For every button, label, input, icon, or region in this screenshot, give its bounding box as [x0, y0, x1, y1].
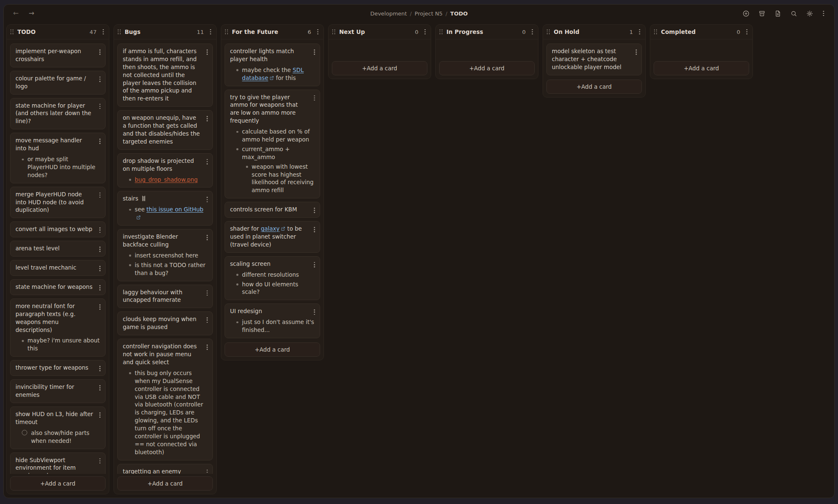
card-menu-icon[interactable] [98, 365, 101, 372]
card-menu-icon[interactable] [98, 384, 101, 391]
card-link[interactable]: galaxy [261, 225, 285, 232]
card-menu-icon[interactable] [98, 303, 101, 311]
card-menu-icon[interactable] [206, 316, 209, 324]
drag-handle-icon[interactable] [118, 29, 121, 34]
card[interactable]: targetting an enemy through a wall shoul… [117, 464, 213, 474]
card-text: try to give the player ammo for weapons … [230, 94, 298, 124]
card[interactable]: more neutral font for paragraph texts (e… [10, 298, 106, 357]
card-menu-icon[interactable] [98, 49, 101, 56]
add-card-button[interactable]: +Add a card [10, 476, 106, 491]
drag-handle-icon[interactable] [225, 29, 228, 34]
card[interactable]: colour palette for game / logo [10, 71, 106, 95]
card-menu-icon[interactable] [313, 226, 316, 233]
card[interactable]: state machine for weapons [10, 279, 106, 295]
drag-handle-icon[interactable] [10, 29, 13, 34]
card-menu-icon[interactable] [206, 344, 209, 351]
card-menu-icon[interactable] [98, 76, 101, 83]
card-menu-icon[interactable] [98, 103, 101, 110]
card-menu-icon[interactable] [98, 138, 101, 145]
card-menu-icon[interactable] [313, 49, 316, 56]
column-menu-icon[interactable] [209, 28, 212, 36]
card-menu-icon[interactable] [313, 309, 316, 316]
card-text: model skeleton as test character + cheat… [552, 48, 621, 70]
card[interactable]: laggy behaviour with uncapped framerate [117, 285, 213, 309]
add-card-button[interactable]: +Add a card [546, 80, 642, 94]
card-menu-icon[interactable] [98, 458, 101, 465]
card-link-text: this issue on GitHub [147, 206, 204, 213]
add-card-button[interactable]: +Add a card [332, 61, 427, 75]
card-menu-icon[interactable] [206, 196, 209, 203]
card[interactable]: level travel mechanic [10, 260, 106, 276]
card-menu-icon[interactable] [206, 158, 209, 165]
card[interactable]: UI redesign just so I don't assume it's … [225, 303, 320, 338]
card[interactable]: drop shadow is projected on multiple flo… [117, 153, 213, 188]
card-menu-icon[interactable] [206, 290, 209, 297]
card[interactable]: move message handler into hud or maybe s… [10, 133, 106, 183]
card-menu-icon[interactable] [206, 49, 209, 56]
document-icon[interactable] [774, 10, 781, 17]
card[interactable]: investigate Blender backface culling ins… [117, 229, 213, 281]
card[interactable]: merge PlayerHUD node into HUD node (to a… [10, 187, 106, 219]
add-card-button[interactable]: +Add a card [439, 61, 535, 75]
card-menu-icon[interactable] [98, 246, 101, 253]
arrow-right-icon[interactable]: → [28, 10, 34, 17]
card-menu-icon[interactable] [98, 226, 101, 234]
card[interactable]: show HUD on L3, hide after timeout also … [10, 406, 106, 449]
search-icon[interactable] [790, 10, 797, 17]
card[interactable]: scaling screen different resolutionshow … [225, 256, 320, 301]
card[interactable]: try to give the player ammo for weapons … [225, 90, 320, 199]
card[interactable]: clouds keep moving when game is paused [117, 311, 213, 335]
card[interactable]: stairs see this issue on GitHub [117, 191, 213, 226]
card-link[interactable]: bug_drop_shadow.png [135, 176, 198, 183]
add-card-button[interactable]: +Add a card [654, 61, 749, 75]
column-menu-icon[interactable] [745, 28, 748, 36]
settings-icon[interactable] [806, 10, 813, 17]
card-menu-icon[interactable] [98, 411, 101, 419]
archive-box-icon[interactable] [758, 10, 766, 17]
card-menu-icon[interactable] [635, 49, 638, 56]
card-menu-icon[interactable] [98, 284, 101, 291]
card[interactable]: state machine for player (and others lat… [10, 98, 106, 130]
checkbox-circle-icon[interactable] [22, 430, 27, 435]
arrow-left-icon[interactable]: ← [13, 10, 18, 17]
column-menu-icon[interactable] [102, 28, 105, 36]
card[interactable]: arena test level [10, 241, 106, 257]
card[interactable]: hide SubViewport environment for item pr… [10, 453, 106, 474]
card[interactable]: shader for galaxy to be used in planet s… [225, 221, 320, 253]
column-header: On Hold 1 [543, 25, 645, 39]
card-menu-icon[interactable] [313, 207, 316, 214]
card[interactable]: on weapon unequip, have a function that … [117, 110, 213, 150]
plus-icon[interactable] [742, 10, 750, 17]
card-menu-icon[interactable] [313, 95, 316, 102]
card-menu-icon[interactable] [98, 265, 101, 272]
card-title: shader for galaxy to be used in planet s… [230, 225, 315, 249]
card[interactable]: controller navigation does not work in p… [117, 339, 213, 460]
drag-handle-icon[interactable] [654, 29, 657, 34]
column-menu-icon[interactable] [531, 28, 534, 36]
add-card-button[interactable]: +Add a card [225, 342, 320, 357]
card-menu-icon[interactable] [98, 192, 101, 199]
drag-handle-icon[interactable] [547, 29, 550, 34]
card-menu-icon[interactable] [206, 234, 209, 241]
card-menu-icon[interactable] [313, 261, 316, 268]
card[interactable]: if ammo is full, characters stands in am… [117, 44, 213, 107]
card[interactable]: thrower type for weapons [10, 360, 106, 376]
card-bullets: bug_drop_shadow.png [123, 176, 207, 184]
column-menu-icon[interactable] [316, 28, 319, 36]
column-menu-icon[interactable] [424, 28, 427, 36]
card-list [436, 39, 538, 58]
card-menu-icon[interactable] [206, 115, 209, 122]
card[interactable]: implement per-weapon crosshairs [10, 44, 106, 67]
drag-handle-icon[interactable] [332, 29, 335, 34]
card[interactable]: controller lights match player health ma… [225, 44, 320, 86]
more-icon[interactable] [822, 10, 825, 17]
drag-handle-icon[interactable] [440, 29, 442, 34]
column-menu-icon[interactable] [638, 28, 641, 36]
card-menu-icon[interactable] [206, 469, 209, 474]
card[interactable]: invincibility timer for enemies [10, 379, 106, 403]
card[interactable]: controls screen for KBM [225, 202, 320, 218]
add-card-button[interactable]: +Add a card [117, 476, 213, 491]
card[interactable]: model skeleton as test character + cheat… [546, 44, 642, 75]
bullet-dot-icon [22, 159, 24, 161]
card[interactable]: convert all images to webp [10, 221, 106, 237]
